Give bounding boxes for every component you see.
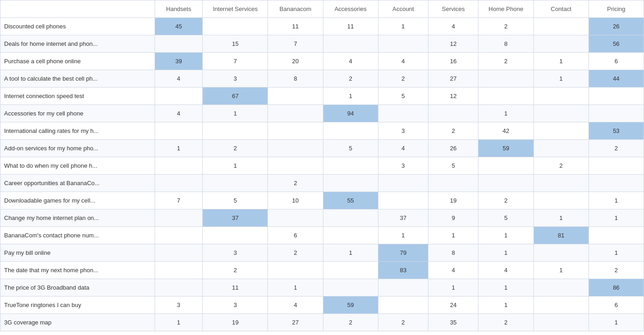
cell-internet: 37 (203, 209, 268, 227)
cell-homephone (478, 157, 533, 175)
cell-account (378, 105, 428, 122)
cell-label: Pay my bill online (0, 244, 155, 262)
cell-homephone: 1 (478, 105, 533, 122)
cell-accessories: 2 (323, 70, 378, 88)
cell-services: 1 (428, 227, 478, 244)
cell-homephone: 5 (478, 209, 533, 227)
cell-label: International calling rates for my h... (0, 122, 155, 140)
cell-handsets (155, 157, 203, 175)
cell-internet: 67 (203, 88, 268, 105)
cell-services: 4 (428, 18, 478, 35)
cell-label: Career opportunities at BananaCo... (0, 175, 155, 192)
table-row: TrueTone ringtones I can buy334592416 (0, 297, 644, 314)
col-header-pricing: Pricing (588, 0, 644, 18)
cell-accessories: 4 (323, 53, 378, 70)
cell-label: Internet connection speed test (0, 88, 155, 105)
cell-accessories: 55 (323, 192, 378, 209)
cell-handsets (155, 122, 203, 140)
cell-internet: 2 (203, 140, 268, 157)
table-row: Add-on services for my home pho...125426… (0, 140, 644, 157)
cell-label: BananaCom's contact phone num... (0, 227, 155, 244)
cell-homephone: 1 (478, 279, 533, 297)
table-row: 3G coverage map11927223521 (0, 314, 644, 331)
cell-label: Add-on services for my home pho... (0, 140, 155, 157)
cell-homephone: 59 (478, 140, 533, 157)
cell-pricing: 1 (588, 244, 644, 262)
cell-pricing: 86 (588, 279, 644, 297)
cell-pricing (588, 157, 644, 175)
cell-bananacom (268, 122, 323, 140)
table-row: Purchase a cell phone online397204416216 (0, 53, 644, 70)
cell-accessories: 59 (323, 297, 378, 314)
cell-accessories (323, 175, 378, 192)
cell-pricing (588, 175, 644, 192)
cell-bananacom: 6 (268, 227, 323, 244)
cell-pricing: 6 (588, 297, 644, 314)
cell-internet: 15 (203, 35, 268, 53)
cell-services: 2 (428, 122, 478, 140)
cell-internet (203, 175, 268, 192)
cell-contact (533, 88, 588, 105)
cell-accessories (323, 157, 378, 175)
cell-bananacom (268, 140, 323, 157)
cell-internet: 3 (203, 70, 268, 88)
cell-label: Purchase a cell phone online (0, 53, 155, 70)
col-header-homephone: Home Phone (478, 0, 533, 18)
cell-contact (533, 140, 588, 157)
cell-label: 3G coverage map (0, 314, 155, 331)
cell-pricing: 56 (588, 35, 644, 53)
col-header-bananacom: Bananacom (268, 0, 323, 18)
cell-accessories (323, 35, 378, 53)
cell-internet: 5 (203, 192, 268, 209)
cell-label: Change my home internet plan on... (0, 209, 155, 227)
cell-pricing: 2 (588, 140, 644, 157)
cell-handsets: 1 (155, 140, 203, 157)
cell-internet: 11 (203, 279, 268, 297)
cell-services: 16 (428, 53, 478, 70)
cell-contact (533, 105, 588, 122)
cell-internet: 3 (203, 244, 268, 262)
cell-homephone: 1 (478, 227, 533, 244)
cell-contact: 1 (533, 70, 588, 88)
col-header-account: Account (378, 0, 428, 18)
col-header-contact: Contact (533, 0, 588, 18)
cell-contact (533, 175, 588, 192)
cell-services: 5 (428, 157, 478, 175)
cell-contact (533, 297, 588, 314)
cell-accessories: 1 (323, 88, 378, 105)
table-row: Accessories for my cell phone41941 (0, 105, 644, 122)
cell-handsets (155, 244, 203, 262)
cell-services: 27 (428, 70, 478, 88)
cell-handsets (155, 209, 203, 227)
cell-handsets (155, 175, 203, 192)
cell-bananacom: 20 (268, 53, 323, 70)
cell-internet (203, 122, 268, 140)
cell-contact (533, 244, 588, 262)
cell-homephone: 2 (478, 53, 533, 70)
cell-accessories: 1 (323, 244, 378, 262)
cell-homephone (478, 70, 533, 88)
cell-bananacom: 4 (268, 297, 323, 314)
cell-services: 4 (428, 262, 478, 279)
cell-account: 37 (378, 209, 428, 227)
col-header-accessories: Accessories (323, 0, 378, 18)
cell-label: Discounted cell phones (0, 18, 155, 35)
cell-pricing (588, 227, 644, 244)
cell-homephone: 2 (478, 314, 533, 331)
cell-services (428, 175, 478, 192)
cell-account: 83 (378, 262, 428, 279)
cell-pricing: 26 (588, 18, 644, 35)
cell-label: A tool to calculate the best cell ph... (0, 70, 155, 88)
table-row: Discounted cell phones45111114226 (0, 18, 644, 35)
cell-contact (533, 122, 588, 140)
cell-contact (533, 192, 588, 209)
cell-account: 5 (378, 88, 428, 105)
cell-account: 2 (378, 314, 428, 331)
data-table: HandsetsInternet ServicesBananacomAccess… (0, 0, 644, 331)
cell-contact: 81 (533, 227, 588, 244)
cell-accessories: 2 (323, 314, 378, 331)
cell-internet: 19 (203, 314, 268, 331)
cell-accessories (323, 122, 378, 140)
cell-handsets: 39 (155, 53, 203, 70)
cell-services (428, 105, 478, 122)
